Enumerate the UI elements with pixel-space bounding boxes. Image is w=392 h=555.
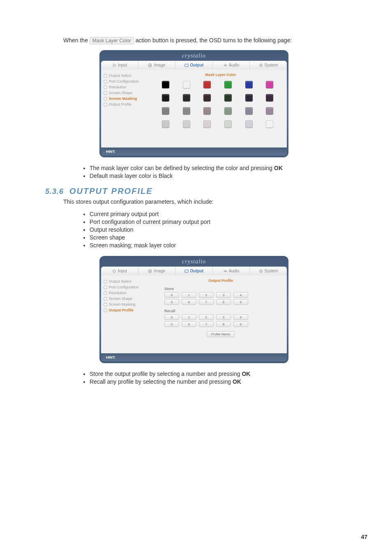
svg-point-5 xyxy=(113,270,115,272)
profile-slot-7[interactable]: 7 xyxy=(199,299,214,305)
profile-slot-3[interactable]: 3 xyxy=(216,314,231,320)
tab-input[interactable]: Input xyxy=(101,61,138,69)
color-swatch[interactable] xyxy=(162,94,169,101)
sidebar-item-label: Output Select xyxy=(109,74,131,78)
profile-slot-3[interactable]: 3 xyxy=(216,292,231,298)
profile-slot-0[interactable]: 0 xyxy=(164,292,179,298)
radio-icon xyxy=(104,97,107,101)
color-swatch[interactable] xyxy=(203,94,211,101)
bullet-list-2: Current primary output portPort configur… xyxy=(90,211,343,249)
sidebar-item-output-profile[interactable]: Output Profile xyxy=(104,101,152,107)
osd-main-title: Mask Layer Color xyxy=(159,73,283,77)
osd-panel-output-profile: crystalio InputImageOutputAudioSystem Ou… xyxy=(99,256,288,363)
color-swatch[interactable] xyxy=(245,107,253,115)
profile-slot-1[interactable]: 1 xyxy=(182,292,196,298)
sidebar-item-output-profile[interactable]: Output Profile xyxy=(104,307,152,313)
tab-image[interactable]: Image xyxy=(138,61,176,69)
profile-slot-8[interactable]: 8 xyxy=(216,299,231,305)
svg-rect-8 xyxy=(185,270,188,272)
profile-slot-2[interactable]: 2 xyxy=(199,314,214,320)
tab-input[interactable]: Input xyxy=(101,267,138,275)
page-number: 47 xyxy=(361,534,367,540)
color-swatch[interactable] xyxy=(245,94,253,101)
profile-slot-4[interactable]: 4 xyxy=(233,314,248,320)
color-swatch[interactable] xyxy=(224,81,232,88)
radio-icon xyxy=(104,280,107,283)
sidebar-item-label: Output Profile xyxy=(109,102,131,106)
tab-label: Output xyxy=(190,269,204,273)
color-swatch[interactable] xyxy=(203,81,211,88)
list-item: Output resolution xyxy=(90,226,343,233)
tab-audio[interactable]: Audio xyxy=(213,267,250,275)
radio-icon xyxy=(104,80,107,83)
radio-icon xyxy=(104,303,107,306)
osd-tabs: InputImageOutputAudioSystem xyxy=(101,61,287,69)
profile-slot-9[interactable]: 9 xyxy=(233,299,248,305)
sidebar-item-port-configuration[interactable]: Port Configuration xyxy=(104,78,152,84)
profile-slot-6[interactable]: 6 xyxy=(182,299,196,305)
color-swatch[interactable] xyxy=(245,81,253,88)
color-swatch[interactable] xyxy=(183,107,190,115)
list-item: Default mask layer color is Black xyxy=(90,173,343,179)
color-swatch[interactable] xyxy=(266,81,273,88)
profile-slot-7[interactable]: 7 xyxy=(199,321,214,327)
mask-layer-color-pill: Mask Layer Color xyxy=(90,37,134,44)
color-swatch[interactable] xyxy=(266,120,273,128)
tab-output[interactable]: Output xyxy=(175,267,213,275)
tab-label: Output xyxy=(190,63,204,67)
color-swatch[interactable] xyxy=(266,94,273,101)
profile-slot-9[interactable]: 9 xyxy=(233,321,248,327)
osd-logo: crystalio xyxy=(101,258,287,267)
svg-point-0 xyxy=(113,64,115,67)
tab-image[interactable]: Image xyxy=(138,267,176,275)
sidebar-item-label: Screen Masking xyxy=(109,302,136,306)
color-swatch[interactable] xyxy=(245,120,253,128)
list-item: Screen shape xyxy=(90,234,343,241)
sidebar-item-screen-shape[interactable]: Screen Shape xyxy=(104,90,152,96)
profile-slot-8[interactable]: 8 xyxy=(216,321,231,327)
sidebar-item-resolution[interactable]: Resolution xyxy=(104,84,152,90)
color-swatch[interactable] xyxy=(162,81,169,88)
profile-slot-4[interactable]: 4 xyxy=(233,292,248,298)
sidebar-item-output-select[interactable]: Output Select xyxy=(104,279,152,284)
sidebar-item-screen-masking[interactable]: Screen Masking xyxy=(104,302,152,307)
profile-slot-2[interactable]: 2 xyxy=(199,292,214,298)
color-swatch[interactable] xyxy=(203,107,211,115)
sidebar-item-screen-masking[interactable]: Screen Masking xyxy=(104,96,152,101)
radio-icon xyxy=(104,91,107,95)
profile-name-button[interactable]: Profile Name xyxy=(207,331,235,337)
profile-slot-1[interactable]: 1 xyxy=(182,314,196,320)
tab-label: Input xyxy=(118,269,127,273)
color-swatch[interactable] xyxy=(224,94,232,101)
profile-slot-5[interactable]: 5 xyxy=(164,299,179,305)
osd-panel-mask-color: crystalio InputImageOutputAudioSystem Ou… xyxy=(99,50,288,157)
profile-slot-5[interactable]: 5 xyxy=(164,321,179,327)
profile-slot-6[interactable]: 6 xyxy=(182,321,196,327)
list-item: Store the output profile by selecting a … xyxy=(90,371,343,377)
color-swatch[interactable] xyxy=(183,120,190,128)
sidebar-item-port-configuration[interactable]: Port Configuration xyxy=(104,284,152,290)
color-swatch[interactable] xyxy=(183,94,190,101)
color-swatch[interactable] xyxy=(162,120,169,128)
store-row-1: 01234 xyxy=(164,292,283,298)
tab-label: System xyxy=(265,269,278,273)
color-swatch[interactable] xyxy=(224,120,232,128)
color-swatch[interactable] xyxy=(266,107,273,115)
tab-system[interactable]: System xyxy=(250,267,287,275)
sidebar-item-output-select[interactable]: Output Select xyxy=(104,73,152,78)
sidebar-item-screen-shape[interactable]: Screen Shape xyxy=(104,296,152,302)
tab-output[interactable]: Output xyxy=(175,61,213,69)
tab-label: Image xyxy=(154,269,165,273)
color-swatch[interactable] xyxy=(203,120,211,128)
osd-hint-bar: HINT: xyxy=(101,353,287,362)
sidebar-item-label: Output Select xyxy=(109,279,131,283)
sidebar-item-resolution[interactable]: Resolution xyxy=(104,290,152,296)
sidebar-item-label: Screen Shape xyxy=(109,297,132,301)
tab-system[interactable]: System xyxy=(250,61,287,69)
profile-slot-0[interactable]: 0 xyxy=(164,314,179,320)
color-swatch[interactable] xyxy=(183,81,190,88)
color-swatch[interactable] xyxy=(224,107,232,115)
color-swatch[interactable] xyxy=(162,107,169,115)
tab-audio[interactable]: Audio xyxy=(213,61,250,69)
list-item: Port configuration of current primary ou… xyxy=(90,219,343,225)
